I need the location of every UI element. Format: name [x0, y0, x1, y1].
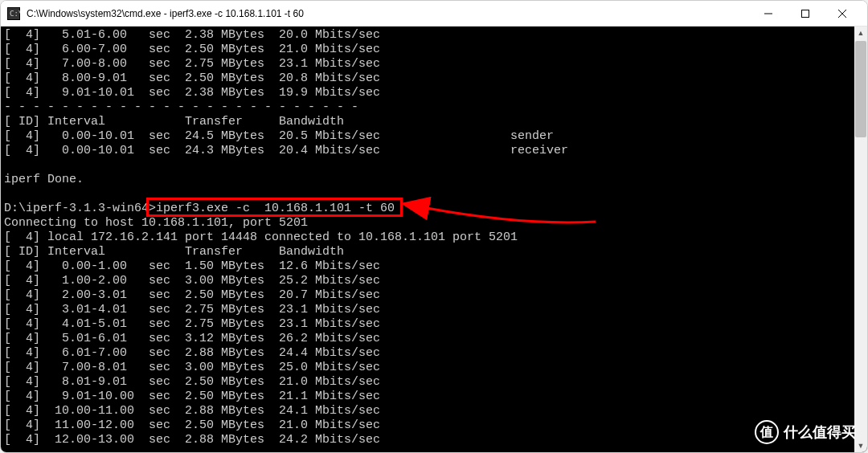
scroll-up-arrow[interactable]: ▲ [854, 27, 867, 39]
svg-rect-4 [802, 10, 809, 17]
watermark: 值 什么值得买 [755, 420, 856, 444]
vertical-scrollbar[interactable]: ▲ ▼ [854, 27, 867, 452]
scrollbar-thumb[interactable] [855, 41, 866, 137]
cmd-window: C:\ C:\Windows\system32\cmd.exe - iperf3… [0, 0, 868, 453]
svg-text:C:\: C:\ [10, 10, 20, 18]
terminal-output[interactable]: [ 4] 5.01-6.00 sec 2.38 MBytes 20.0 Mbit… [1, 27, 867, 452]
cmd-icon: C:\ [7, 7, 20, 20]
maximize-button[interactable] [787, 1, 824, 27]
scroll-down-arrow[interactable]: ▼ [854, 439, 867, 452]
titlebar: C:\ C:\Windows\system32\cmd.exe - iperf3… [1, 1, 867, 27]
close-button[interactable] [824, 1, 861, 27]
minimize-button[interactable] [750, 1, 787, 27]
window-title: C:\Windows\system32\cmd.exe - iperf3.exe… [27, 8, 750, 19]
watermark-text: 什么值得买 [784, 422, 856, 442]
window-controls [750, 1, 861, 27]
watermark-icon: 值 [755, 420, 779, 444]
